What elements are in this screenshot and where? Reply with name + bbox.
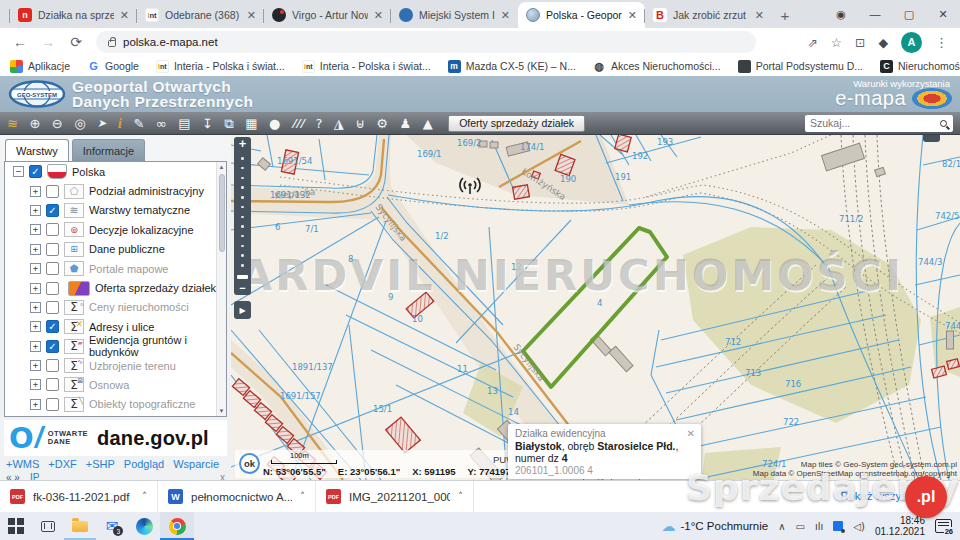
forward-button[interactable]: →: [36, 34, 60, 50]
tab-close-icon[interactable]: ✕: [374, 9, 383, 22]
expander-icon[interactable]: +: [30, 321, 41, 332]
export-link-WMS[interactable]: +WMS: [6, 458, 39, 470]
layer-checkbox[interactable]: [46, 282, 59, 295]
layers-icon[interactable]: ≋: [7, 117, 18, 130]
tray-app-icon[interactable]: [833, 521, 843, 531]
layer-checkbox[interactable]: [46, 398, 59, 411]
file-explorer-button[interactable]: [64, 512, 96, 540]
scroll-down-icon[interactable]: ▼: [217, 408, 226, 414]
url-box[interactable]: polska.e-mapa.net: [96, 31, 756, 53]
help-icon[interactable]: ?: [315, 117, 322, 130]
zoom-in-icon[interactable]: ⊕: [29, 117, 40, 130]
layer-checkbox[interactable]: ✓: [46, 204, 59, 217]
layer-checkbox[interactable]: [46, 223, 59, 236]
bookmark-1[interactable]: GGoogle: [87, 60, 139, 73]
search-icon[interactable]: [940, 120, 947, 127]
share-icon[interactable]: ⇗: [807, 35, 817, 50]
tab-close-icon[interactable]: ✕: [120, 9, 129, 22]
search-input[interactable]: [810, 117, 940, 129]
weather-widget[interactable]: ☁ -1°C Pochmurnie: [662, 518, 769, 534]
search-box[interactable]: [805, 115, 953, 132]
minimize-button[interactable]: —: [858, 0, 892, 28]
expander-icon[interactable]: +: [30, 205, 41, 216]
expander-icon[interactable]: +: [30, 399, 41, 410]
tab-close-icon[interactable]: ✕: [247, 9, 256, 22]
expander-icon[interactable]: +: [30, 302, 41, 313]
expander-icon[interactable]: +: [30, 224, 41, 235]
layer-item-polska[interactable]: −✓Polska: [5, 162, 226, 181]
scroll-up-icon[interactable]: ▲: [217, 164, 226, 170]
layer-checkbox[interactable]: [46, 185, 59, 198]
play-button[interactable]: ▶: [234, 301, 251, 319]
ok-button[interactable]: ok: [239, 453, 260, 474]
layer-checkbox[interactable]: [46, 262, 59, 275]
expander-icon[interactable]: −: [13, 166, 24, 177]
tab-warstwy[interactable]: Warstwy: [5, 139, 69, 161]
menu-icon[interactable]: ⋮: [935, 35, 948, 50]
link-icon[interactable]: ∞: [156, 117, 167, 130]
layer-item-uzbrojenie-terenu[interactable]: +Σ∿Uzbrojenie terenu: [5, 356, 226, 375]
layer-item-portale-mapowe[interactable]: +⬟Portale mapowe: [5, 259, 226, 278]
download-icon[interactable]: ↧: [202, 117, 213, 130]
layer-checkbox[interactable]: ✓: [46, 320, 59, 333]
cart-icon[interactable]: ⊎: [355, 117, 365, 130]
download-item-2[interactable]: PDFIMG_20211201_0001.pdf˄: [316, 481, 474, 512]
print-icon[interactable]: ▤: [178, 117, 190, 130]
poi-icon[interactable]: ♟: [399, 117, 411, 130]
expander-icon[interactable]: +: [30, 341, 41, 352]
browser-tab-4[interactable]: Polska - Geoportal otwarty...✕: [518, 2, 645, 28]
bookmark-3[interactable]: intInteria - Polska i świat...: [302, 60, 431, 73]
popup-close-icon[interactable]: ✕: [687, 428, 695, 439]
tray-display-icon[interactable]: ▭: [796, 521, 805, 532]
back-button[interactable]: ←: [8, 34, 32, 50]
offers-button[interactable]: Oferty sprzedaży działek: [448, 115, 585, 132]
tray-network-icon[interactable]: ılı: [815, 521, 823, 532]
maximize-button[interactable]: ▢: [892, 0, 926, 28]
browser-tab-5[interactable]: BJak zrobić zrzut ekranu | Bą...✕: [645, 2, 772, 28]
panel-handle[interactable]: [923, 135, 940, 142]
download-chevron-icon[interactable]: ˄: [142, 491, 147, 502]
download-item-1[interactable]: Wpełnomocnictwo A....docx˄: [158, 481, 316, 512]
layer-checkbox[interactable]: [46, 359, 59, 372]
layer-item-dane-publiczne[interactable]: +⊞Dane publiczne: [5, 240, 226, 259]
mail-button[interactable]: ✉3: [96, 512, 128, 540]
task-view-button[interactable]: [32, 512, 64, 540]
export-link-SHP[interactable]: +SHP: [86, 458, 115, 470]
zoom-slider[interactable]: + −: [234, 137, 251, 295]
info-icon[interactable]: i: [118, 116, 122, 131]
layer-item-ceny-nieruchomo-ci[interactable]: +Σ₀Ceny nieruchomości: [5, 298, 226, 317]
new-tab-button[interactable]: +: [772, 2, 798, 28]
browser-update-icon[interactable]: ◉: [824, 0, 858, 28]
tray-volume-icon[interactable]: ◁): [853, 521, 865, 532]
notification-icon[interactable]: 26: [935, 519, 952, 533]
sidebar-scrollbar[interactable]: ▲ ▼: [216, 162, 226, 416]
expander-icon[interactable]: +: [30, 379, 41, 390]
zoom-out-control[interactable]: −: [239, 282, 245, 294]
edge-button[interactable]: [128, 512, 160, 540]
layer-item-obiekty-topograficzne[interactable]: +Σ╲Obiekty topograficzne: [5, 395, 226, 414]
comment-icon[interactable]: ●: [269, 117, 280, 130]
layer-checkbox[interactable]: ✓: [46, 340, 59, 353]
export-link-Wsparcie[interactable]: Wsparcie: [173, 458, 219, 470]
expander-icon[interactable]: +: [30, 244, 41, 255]
layer-item-oferta-sprzeda-y-dzia-ek[interactable]: +Oferta sprzedaży działek: [5, 278, 226, 297]
tray-expand-icon[interactable]: ∧: [778, 521, 785, 532]
export-link-Podgld[interactable]: Podgląd: [124, 458, 164, 470]
expander-icon[interactable]: +: [30, 360, 41, 371]
tab-close-icon[interactable]: ✕: [628, 9, 637, 22]
layer-item-podzia-administracyjny[interactable]: +⬠Podział administracyjny: [5, 181, 226, 200]
layer-checkbox[interactable]: [46, 301, 59, 314]
layer-checkbox[interactable]: ✓: [29, 165, 42, 178]
layer-item-decyzje-lokalizacyjne[interactable]: +⊚Decyzje lokalizacyjne: [5, 220, 226, 239]
layer-item-ewidencja-grunt-w-i-budynk-w[interactable]: +✓Σ▰Ewidencja gruntów i budynków: [5, 337, 226, 356]
profile-avatar[interactable]: A: [901, 32, 922, 53]
extensions-icon[interactable]: ◆: [878, 35, 888, 50]
reload-button[interactable]: ⟳: [64, 34, 88, 50]
expander-icon[interactable]: +: [30, 186, 41, 197]
split-view-icon[interactable]: ▦: [245, 117, 257, 130]
browser-tab-2[interactable]: Virgo - Artur Nowakowski✕: [264, 2, 391, 28]
export-link-DXF[interactable]: +DXF: [48, 458, 76, 470]
bookmark-6[interactable]: Portal Podsystemu D...: [738, 60, 863, 73]
download-item-0[interactable]: PDFfk-036-11-2021.pdf˄: [0, 481, 158, 512]
pointer-icon[interactable]: ➤: [97, 118, 106, 129]
